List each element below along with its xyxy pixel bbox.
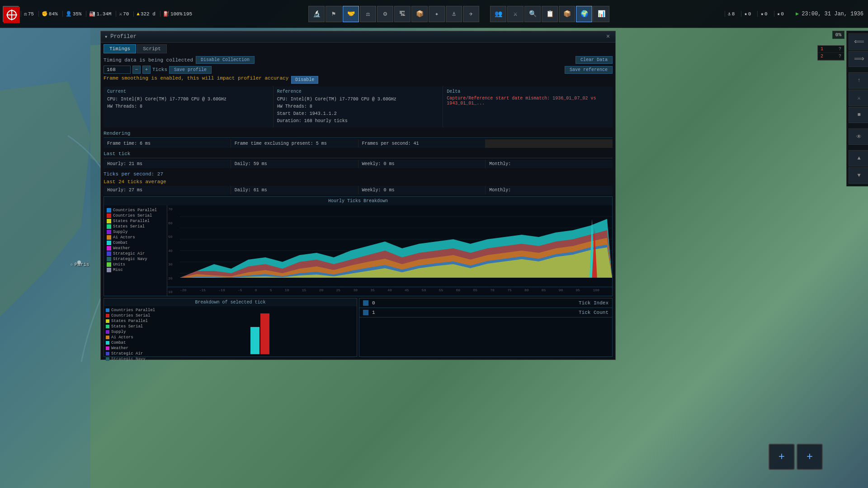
last-24-header-row: Last 24 ticks average [104,178,613,186]
supply2-btn[interactable]: 📦 [559,6,575,22]
unit-stop-btn[interactable]: ■ [849,107,868,123]
ticks-increment-btn[interactable]: + [142,66,151,74]
fuel-icon: ⛽ [163,11,170,17]
disable-collection-btn[interactable]: Disable Collection [196,56,255,64]
last-24-metrics: Hourly: 27 ms Daily: 61 ms Weekly: 0 ms … [104,186,613,194]
missions-btn[interactable]: 📋 [542,6,558,22]
country-flag[interactable] [3,6,19,22]
zoom-plus-btn[interactable]: + [769,444,795,470]
profiler-window: ▾ Profiler × Timings Script Timing data … [100,31,616,360]
last-tick-header: Last tick [104,150,613,158]
tick-count-label: Tick Count [579,310,609,315]
scroll-up-btn[interactable]: ▲ [849,150,868,166]
breakdown-area: Countries Parallel Countries Serial Stat… [104,306,357,356]
lt-weekly: Weekly: 0 ms [359,160,486,168]
ticks-decrement-btn[interactable]: − [132,66,141,74]
equipment-icon: ▲ [137,11,140,17]
construction-btn[interactable]: 🏗 [394,6,410,22]
breakdown-title: Breakdown of selected tick [104,298,357,306]
fuel-stat: ⛽ 100% 195 [160,11,195,17]
politics-btn[interactable]: ⚑ [326,6,342,22]
divisions-stat: ⚔ 70 [116,11,132,17]
l24-weekly: Weekly: 0 ms [359,186,486,194]
profiler-tabs: Timings Script [101,43,615,53]
units-btn[interactable]: 👥 [490,6,506,22]
army-btn[interactable]: ✦ [429,6,445,22]
bl-item-3: States Serial [106,324,161,329]
bl-item-4: Supply [106,330,161,334]
profiler-close-btn[interactable]: × [604,33,612,40]
diplomacy-btn[interactable]: 🤝 [343,6,359,22]
bl-color-3 [106,325,109,328]
percentage-display: 0% [832,31,844,39]
chart-title: Hourly Ticks Breakdown [104,197,612,205]
breakdown-legend: Countries Parallel Countries Serial Stat… [104,306,163,356]
legend-color-weather [107,246,111,251]
delta-error-text: Capture/Reference start date mismatch: 1… [447,96,609,106]
combat-btn[interactable]: ⚔ [507,6,524,22]
bl-color-6 [106,341,109,345]
zoom-in-btn[interactable]: ⟸ [849,33,868,50]
legend-item-1: Countries Serial [107,213,164,218]
scroll-down-btn[interactable]: ▼ [849,167,868,184]
tab-script[interactable]: Script [137,44,167,53]
map-controls-bottom: + + [769,444,823,470]
zoom-minus-btn[interactable]: + [797,444,823,470]
bl-color-4 [106,330,109,334]
rendering-metrics: Frame time: 6 ms Frame time exclusing pr… [104,139,613,148]
nations-btn[interactable]: 🌍 [576,6,592,22]
legend-color-misc [107,268,111,272]
research-btn[interactable]: 🔬 [308,6,325,22]
bl-item-6: Combat [106,341,161,345]
intel-btn[interactable]: 🔍 [524,6,541,22]
legend-item-9: Strategic Navy [107,257,164,261]
save-profile-btn[interactable]: Save profile [169,66,212,74]
ticks-input[interactable] [104,66,131,74]
navy-btn[interactable]: ⚓ [446,6,462,22]
division-icon: ⚔ [119,11,122,17]
save-reference-btn[interactable]: Save reference [565,66,613,74]
stability-icon: ⚖ [24,11,27,17]
ticks-per-second-row: Ticks per second: 27 [104,170,613,178]
clear-data-btn[interactable]: Clear Data [576,56,613,64]
breakdown-chart: Breakdown of selected tick Countries Par… [104,298,357,357]
reference-cell: Reference CPU: Intel(R) Core(TM) i7-7700… [274,86,443,128]
bl-item-7: Weather [106,346,161,351]
tick-index-value: 0 [372,300,579,306]
production-btn[interactable]: ⚙ [377,6,393,22]
terrain-btn[interactable]: 👁 [849,128,868,145]
zoom-out-btn[interactable]: ⟹ [849,51,868,67]
frame-time-excl-cell: Frame time exclusing present: 5 ms [231,139,358,148]
reference-header: Reference [277,89,439,94]
profiler-title-text: Profiler [110,33,137,40]
intel-stat2: ★ 0 [757,11,770,17]
tick-info-panel: 0 Tick Index 1 Tick Count [359,298,613,357]
logistics-btn[interactable]: 📦 [411,6,428,22]
legend-item-11: Misc [107,268,164,272]
bl-color-1 [106,314,109,317]
tick-index-indicator [363,300,368,306]
breakdown-bars[interactable] [163,306,357,356]
bar-countries-parallel [250,327,259,354]
unit-move-btn[interactable]: ↑ [849,72,868,89]
bl-color-5 [106,336,109,339]
unit-attack-btn[interactable]: ⚔ [849,90,868,106]
bar-countries-serial [260,313,269,354]
star-icon-1: ★ [744,11,747,17]
chart-plot[interactable]: 70 60 50 40 30 20 10 [167,205,612,296]
trade-btn[interactable]: ⚖ [360,6,376,22]
stats-btn[interactable]: 📊 [593,6,609,22]
mini-val-1: 1 [821,47,823,52]
tab-timings[interactable]: Timings [104,44,136,53]
mini-panel-row-2: 2 ? [818,53,844,60]
status-text: Timing data is being collected [104,57,193,63]
air-btn[interactable]: ✈ [463,6,479,22]
reference-content: CPU: Intel(R) Core(TM) i7-7700 CPU @ 3.6… [277,96,439,125]
l24-daily: Daily: 61 ms [231,186,358,194]
war-support-stat: ✊ 84% [38,11,61,17]
disable-smoothing-btn[interactable]: Disable [291,76,318,84]
factory-icon: 🏭 [89,11,95,17]
legend-item-2: States Parallel [107,219,164,223]
bl-color-7 [106,346,109,350]
bl-item-9: Strategic Navy [106,357,161,361]
